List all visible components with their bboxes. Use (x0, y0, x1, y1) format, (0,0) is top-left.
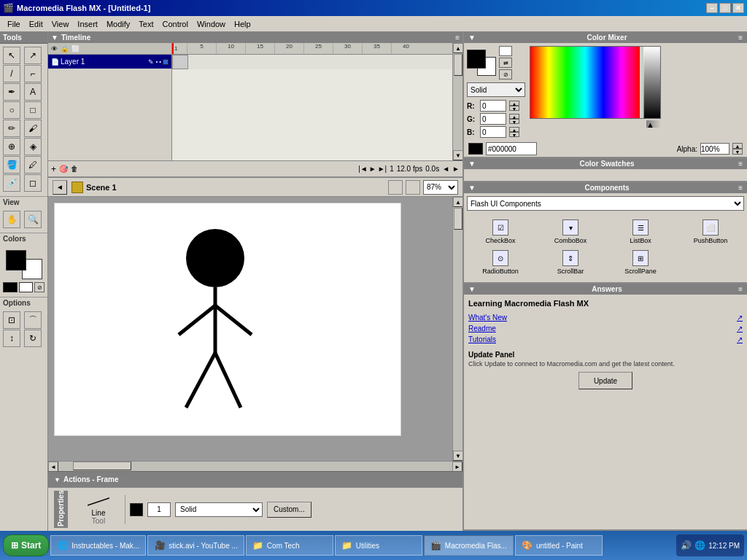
menu-insert[interactable]: Insert (73, 18, 102, 30)
actions-frame[interactable]: ▼ Actions - Frame (48, 471, 462, 487)
swap-colors-icon[interactable]: ⇄ (499, 58, 512, 68)
hscroll-left[interactable]: ◄ (48, 462, 58, 472)
prev-frame-btn[interactable]: |◄ (358, 165, 368, 173)
stage-scrollbar-v[interactable]: ▲ ▼ (452, 197, 462, 461)
alpha-spinner[interactable]: ▲ ▼ (732, 143, 743, 155)
r-spinner[interactable]: ▲ ▼ (509, 101, 519, 111)
menu-edit[interactable]: Edit (25, 18, 47, 30)
tool-oval[interactable]: ○ (3, 101, 20, 119)
color-mixer-options[interactable]: ≡ (738, 34, 743, 42)
b-input[interactable] (480, 126, 506, 138)
line-style-select[interactable]: Solid Dashed Dotted (175, 502, 263, 517)
r-input[interactable] (480, 100, 506, 112)
answers-options[interactable]: ≡ (738, 285, 743, 293)
alpha-input[interactable] (700, 143, 729, 155)
b-spinner[interactable]: ▲ ▼ (509, 127, 519, 137)
stroke-preview[interactable] (467, 50, 486, 69)
tool-brush[interactable]: 🖌 (24, 120, 42, 137)
comp-scrollpane[interactable]: ⊞ ScrollPane (607, 249, 674, 276)
taskbar-flash[interactable]: 🎬 Macromedia Flas... (424, 535, 514, 556)
menu-window[interactable]: Window (193, 18, 230, 30)
scroll-thumb[interactable] (454, 54, 462, 76)
menu-modify[interactable]: Modify (102, 18, 134, 30)
tool-hand[interactable]: ✋ (3, 211, 20, 228)
delete-layer-btn[interactable]: 🗑 (71, 165, 78, 173)
tool-ink[interactable]: 🪣 (3, 156, 20, 174)
option-straighten[interactable]: ↕ (3, 330, 20, 347)
stroke-swatch[interactable] (3, 282, 18, 292)
custom-button[interactable]: Custom... (267, 502, 311, 518)
update-button[interactable]: Update (578, 372, 632, 389)
swatches-options[interactable]: ≡ (738, 160, 743, 168)
tool-lasso[interactable]: ⌐ (24, 65, 42, 82)
layer-row-1[interactable]: 📄 Layer 1 ✎ • • (48, 55, 171, 69)
option-snap[interactable]: ⊡ (3, 311, 20, 329)
hscroll-thumb[interactable] (73, 462, 131, 470)
timeline-collapse[interactable]: ▼ (51, 34, 58, 42)
fill-type-select[interactable]: Solid Linear Radial (467, 82, 525, 97)
add-layer-btn[interactable]: + (51, 164, 56, 174)
comp-listbox[interactable]: ☰ ListBox (607, 218, 674, 246)
maximize-button[interactable]: □ (719, 3, 731, 13)
tool-arrow[interactable]: ↖ (3, 47, 20, 64)
color-mixer-header[interactable]: ▼ Color Mixer ≡ (464, 32, 747, 43)
stage-tool1[interactable] (388, 180, 403, 195)
comp-scrollbar[interactable]: ⇕ ScrollBar (537, 249, 604, 276)
fill-type-icon[interactable] (499, 46, 512, 56)
menu-file[interactable]: File (3, 18, 25, 30)
hscroll-right[interactable]: ► (452, 462, 462, 472)
taskbar-comtech[interactable]: 📁 Com Tech (246, 535, 333, 556)
taskbar-youtube[interactable]: 🎥 stick.avi - YouTube ... (147, 535, 244, 556)
components-header[interactable]: ▼ Components ≡ (464, 182, 747, 193)
tool-paint[interactable]: 🖊 (24, 156, 42, 174)
add-motion-btn[interactable]: 🎯 (59, 165, 68, 173)
taskbar-instructables[interactable]: 🌐 Instructables - Mak... (50, 535, 146, 556)
comp-pushbutton[interactable]: ⬜ PushButton (677, 218, 744, 246)
stage-scroll-up[interactable]: ▲ (453, 197, 462, 207)
hex-input[interactable] (486, 142, 537, 155)
zoom-select[interactable]: 87% 100% 50% (423, 180, 458, 195)
tool-rect[interactable]: □ (24, 101, 42, 119)
color-swatches-header[interactable]: ▼ Color Swatches ≡ (464, 158, 747, 169)
option-smooth[interactable]: ⌒ (24, 311, 42, 329)
comp-checkbox[interactable]: ☑ CheckBox (467, 218, 534, 246)
stage-scroll-down[interactable]: ▼ (453, 451, 462, 461)
minimize-button[interactable]: – (706, 3, 718, 13)
no-color-btn[interactable]: ⊘ (34, 282, 44, 292)
link-readme[interactable]: Readme ↗ (468, 323, 743, 334)
back-button[interactable]: ◄ (53, 180, 67, 195)
timeline-scrollbar-v[interactable]: ▲ ▼ (452, 43, 462, 160)
link-whats-new[interactable]: What's New ↗ (468, 312, 743, 323)
tool-eyedropper[interactable]: 💉 (3, 174, 20, 192)
close-button[interactable]: ✕ (732, 3, 744, 13)
g-input[interactable] (480, 113, 506, 125)
component-type-select[interactable]: Flash UI Components (467, 196, 744, 211)
tool-text[interactable]: A (24, 83, 42, 101)
next-frame-btn[interactable]: ►| (378, 165, 387, 173)
scroll-down-btn[interactable]: ▼ (453, 150, 462, 160)
comp-radiobutton[interactable]: ⊙ RadioButton (467, 249, 534, 276)
menu-view[interactable]: View (47, 18, 74, 30)
taskbar-utilities[interactable]: 📁 Utilities (335, 535, 422, 556)
tool-pencil[interactable]: ✏ (3, 120, 20, 137)
fill-color-box[interactable] (6, 250, 26, 271)
stage-scroll-thumb[interactable] (454, 208, 462, 230)
comp-combobox[interactable]: ▾ ComboBox (537, 218, 604, 246)
tool-zoom[interactable]: 🔍 (24, 211, 42, 228)
tool-freexform[interactable]: ⊕ (3, 138, 20, 155)
tool-subselect[interactable]: ↗ (24, 47, 42, 64)
frame-1-cell[interactable] (172, 55, 188, 69)
tool-pen[interactable]: ✒ (3, 83, 20, 101)
menu-control[interactable]: Control (158, 18, 192, 30)
start-button[interactable]: ⊞ Start (3, 534, 49, 556)
gradient-arrow[interactable]: ▲ (646, 120, 661, 128)
option-rotate[interactable]: ↻ (24, 330, 42, 347)
components-options[interactable]: ≡ (738, 184, 743, 192)
scroll-left-btn[interactable]: ◄ (442, 165, 449, 173)
taskbar-paint[interactable]: 🎨 untitled - Paint (515, 535, 603, 556)
scroll-up-btn[interactable]: ▲ (453, 43, 462, 53)
no-color-icon[interactable]: ⊘ (499, 69, 512, 79)
color-gradient[interactable] (530, 46, 661, 119)
line-size-input[interactable] (147, 502, 171, 517)
prop-stroke-color[interactable] (130, 503, 143, 516)
